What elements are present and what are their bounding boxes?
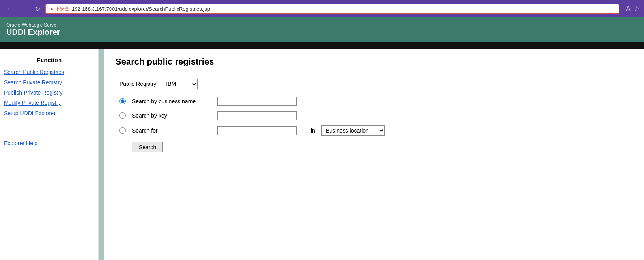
label-search-for: Search for xyxy=(132,127,211,134)
page-body: Function Search Public Registries Search… xyxy=(0,49,644,260)
refresh-button[interactable]: ↻ xyxy=(32,4,42,13)
browser-actions: A ☆ xyxy=(626,4,640,13)
registry-label: Public Registry: xyxy=(119,81,158,87)
app-sub-title: Oracle WebLogic Server xyxy=(6,22,638,28)
address-bar[interactable]: ▲ 不安全 192.168.3.167:7001/uddiexplorer/Se… xyxy=(45,4,619,14)
sidebar-item-explorer-help[interactable]: Explorer Help xyxy=(4,140,94,146)
warning-icon: ▲ xyxy=(49,6,54,11)
sidebar-item-setup-uddi[interactable]: Setup UDDI Explorer xyxy=(4,110,94,116)
security-text: 不安全 xyxy=(55,6,70,12)
input-search-for[interactable] xyxy=(217,126,297,135)
radio-search-key[interactable] xyxy=(119,112,126,119)
sidebar-heading: Function xyxy=(4,57,94,63)
search-option-row-for: Search for in Business location Service … xyxy=(119,125,632,136)
search-option-row-business: Search by business name xyxy=(119,97,632,106)
vertical-divider xyxy=(99,49,104,260)
app-header: Oracle WebLogic Server UDDI Explorer xyxy=(0,17,644,42)
sidebar: Function Search Public Registries Search… xyxy=(0,49,99,260)
search-button[interactable]: Search xyxy=(132,142,163,152)
sidebar-item-search-public[interactable]: Search Public Registries xyxy=(4,69,94,75)
registry-select[interactable]: IBM Microsoft NTT SAP xyxy=(162,79,198,89)
location-select[interactable]: Business location Service name Service k… xyxy=(321,125,385,136)
bookmark-button[interactable]: ☆ xyxy=(634,4,640,13)
radio-search-for[interactable] xyxy=(119,127,126,134)
translate-button[interactable]: A xyxy=(626,4,631,13)
forward-button[interactable]: → xyxy=(18,4,29,13)
search-button-row: Search xyxy=(132,142,632,152)
sidebar-separator xyxy=(4,120,94,132)
input-business-name[interactable] xyxy=(217,97,297,106)
sidebar-item-search-private[interactable]: Search Private Registry xyxy=(4,79,94,85)
security-warning: ▲ 不安全 xyxy=(49,6,70,12)
app-main-title: UDDI Explorer xyxy=(6,28,638,37)
browser-chrome: ← → ↻ ▲ 不安全 192.168.3.167:7001/uddiexplo… xyxy=(0,0,644,17)
label-business-name: Search by business name xyxy=(132,98,211,104)
input-search-key[interactable] xyxy=(217,111,297,120)
registry-row: Public Registry: IBM Microsoft NTT SAP xyxy=(119,79,632,89)
label-search-key: Search by key xyxy=(132,112,211,119)
search-option-row-key: Search by key xyxy=(119,111,632,120)
page-title: Search public registries xyxy=(115,57,632,67)
address-text: 192.168.3.167:7001/uddiexplorer/SearchPu… xyxy=(72,6,616,12)
radio-business-name[interactable] xyxy=(119,98,126,104)
main-content: Search public registries Public Registry… xyxy=(104,49,644,260)
in-label: in xyxy=(311,127,315,134)
sidebar-item-modify-private[interactable]: Modify Private Registry xyxy=(4,100,94,106)
sidebar-item-publish-private[interactable]: Publish Private Registry xyxy=(4,89,94,96)
back-button[interactable]: ← xyxy=(4,4,15,13)
black-bar xyxy=(0,42,644,49)
form-section: Public Registry: IBM Microsoft NTT SAP S… xyxy=(119,79,632,152)
